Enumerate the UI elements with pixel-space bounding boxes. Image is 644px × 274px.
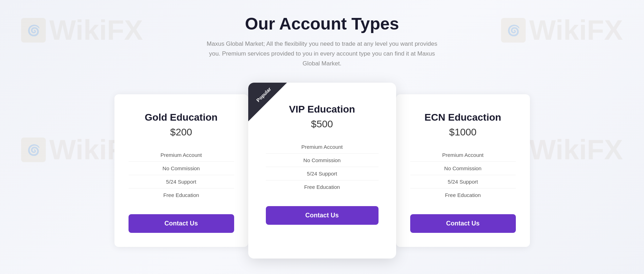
- list-item: 5/24 Support: [266, 167, 379, 180]
- card-gold-features: Premium Account No Commission 5/24 Suppo…: [129, 148, 234, 202]
- popular-badge-text: Popular: [252, 83, 276, 107]
- page-title: Our Account Types: [206, 14, 438, 33]
- card-ecn: ECN Educaction $1000 Premium Account No …: [396, 94, 530, 247]
- card-gold-price: $200: [129, 127, 234, 138]
- list-item: Free Education: [129, 189, 234, 202]
- watermark-logo-ml: 🌀: [21, 138, 46, 162]
- list-item: Premium Account: [266, 140, 379, 154]
- watermark-text-tr: WikiFX: [529, 14, 623, 46]
- watermark-text-tl: WikiFX: [49, 14, 143, 46]
- page-wrapper: 🌀 WikiFX 🌀 WikiFX 🌀 WikiFX 🌀 WikiFX 🌀 Wi…: [0, 0, 644, 274]
- contact-us-button-gold[interactable]: Contact Us: [129, 214, 234, 233]
- header-subtitle: Maxus Global Market; All the flexibility…: [206, 39, 438, 69]
- list-item: Premium Account: [129, 148, 234, 162]
- watermark-logo-tl: 🌀: [21, 18, 46, 43]
- cards-container: Gold Education $200 Premium Account No C…: [76, 83, 569, 259]
- list-item: 5/24 Support: [129, 175, 234, 189]
- list-item: Free Education: [266, 180, 379, 193]
- list-item: Free Education: [410, 189, 516, 202]
- popular-badge: Popular: [248, 83, 287, 121]
- card-ecn-title: ECN Educaction: [410, 112, 516, 123]
- list-item: No Commission: [410, 162, 516, 175]
- contact-us-button-ecn[interactable]: Contact Us: [410, 214, 516, 233]
- card-vip-features: Premium Account No Commission 5/24 Suppo…: [266, 140, 379, 193]
- card-gold: Gold Education $200 Premium Account No C…: [114, 94, 248, 247]
- list-item: No Commission: [266, 154, 379, 167]
- card-gold-title: Gold Education: [129, 112, 234, 123]
- header: Our Account Types Maxus Global Market; A…: [206, 14, 438, 69]
- card-vip: Popular VIP Education $500 Premium Accou…: [248, 83, 396, 259]
- card-ecn-price: $1000: [410, 127, 516, 138]
- list-item: 5/24 Support: [410, 175, 516, 189]
- watermark-top-right: 🌀 WikiFX: [501, 14, 623, 46]
- watermark-logo-tr: 🌀: [501, 18, 526, 43]
- contact-us-button-vip[interactable]: Contact Us: [266, 206, 379, 225]
- watermark-top-left: 🌀 WikiFX: [21, 14, 143, 46]
- card-ecn-features: Premium Account No Commission 5/24 Suppo…: [410, 148, 516, 202]
- list-item: Premium Account: [410, 148, 516, 162]
- list-item: No Commission: [129, 162, 234, 175]
